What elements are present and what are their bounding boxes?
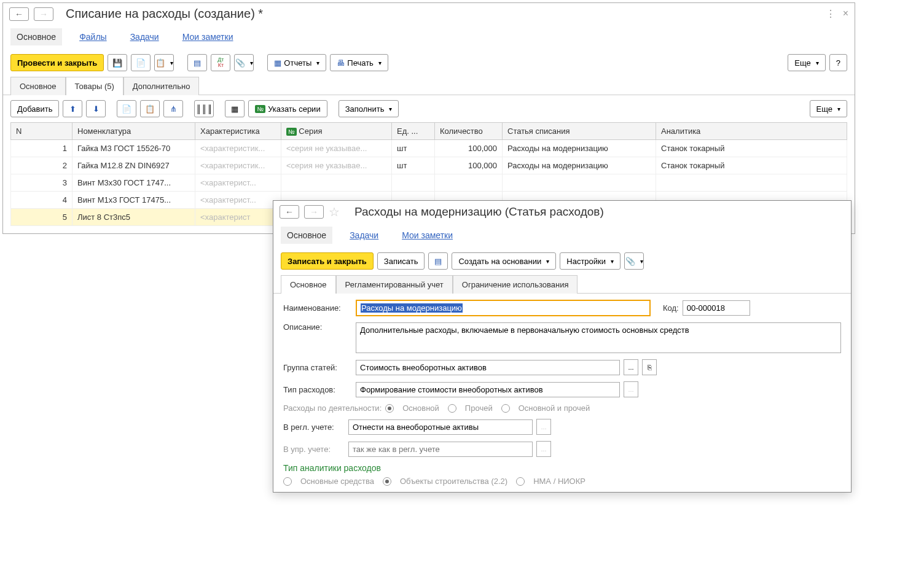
list-icon: ▤ [434,257,442,266]
report-icon [274,58,281,68]
attach-icon: 📎 [235,58,245,68]
save-close-button[interactable]: Записать и закрыть [281,252,374,270]
label-desc: Описание: [283,322,352,332]
col-qty[interactable]: Количество [435,123,503,140]
label-name: Наименование: [283,303,352,313]
paste-button[interactable]: 📋 [140,100,160,117]
close-icon[interactable]: × [843,8,848,20]
reports-button[interactable]: Отчеты [267,54,326,71]
dialog-back-button[interactable]: ← [280,205,299,219]
type-select-button[interactable]: ... [624,381,638,397]
kebab-icon[interactable]: ⋮ [826,8,836,20]
col-n[interactable]: N [11,123,72,140]
label-upr: В упр. учете: [283,445,345,454]
form-button[interactable]: ▦ [225,100,245,117]
col-char[interactable]: Характеристика [195,123,281,140]
upr-select-button[interactable]: ... [536,441,551,457]
main-toolbar: Провести и закрыть 💾 📄 📋 ▤ ДтКт 📎 Отчеты… [3,49,855,76]
share-icon: ⋔ [170,104,177,114]
subtab-extra[interactable]: Дополнительно [123,77,200,95]
dialog-subtab-main[interactable]: Основное [281,275,336,294]
group-select-button[interactable]: ... [624,359,638,375]
dialog-subtab-restrict[interactable]: Ограничение использования [453,275,578,294]
dialog-forward-button[interactable]: → [304,205,324,219]
dialog-tab-main[interactable]: Основное [281,227,332,244]
star-icon[interactable]: ☆ [329,205,340,219]
series-icon: № [255,105,265,113]
group-input[interactable] [356,360,620,375]
copy-button[interactable]: 📄 [117,100,136,117]
paste-icon: 📋 [145,104,155,114]
series-button[interactable]: № Указать серии [248,100,327,117]
based-on-button[interactable]: 📋 [154,54,174,71]
help-button[interactable]: ? [829,54,847,71]
table-toolbar: Добавить ⬆ ⬇ 📄 📋 ⋔ ║║║ ▦ № Указать серии… [3,95,855,122]
sub-tabs: Основное Товары (5) Дополнительно [3,76,855,95]
radio-analytics-os [283,477,292,486]
dialog-structure-button[interactable]: ▤ [428,252,448,270]
regl-input[interactable] [348,419,533,435]
tab-main[interactable]: Основное [10,28,62,45]
col-analytics[interactable]: Аналитика [656,123,847,140]
tab-tasks[interactable]: Задачи [124,28,165,45]
add-button[interactable]: Добавить [10,100,59,117]
radio-activity-both [501,404,510,413]
table-row[interactable]: 2 Гайка М12.8 ZN DIN6927 <характеристик.… [11,157,847,174]
tab-files[interactable]: Файлы [73,28,112,45]
label-group: Группа статей: [283,363,352,372]
code-input[interactable] [683,300,750,316]
group-open-button[interactable]: ⎘ [642,359,657,375]
dtkt-icon: ДтКт [217,57,224,68]
table-row[interactable]: 3 Винт М3х30 ГОСТ 1747... <характерист..… [11,174,847,192]
create-based-button[interactable]: Создать на основании [452,252,556,270]
subtab-main[interactable]: Основное [10,77,66,95]
dialog-tab-tasks[interactable]: Задачи [343,227,385,244]
barcode-button[interactable]: ║║║ [194,100,214,117]
save-button[interactable]: 💾 [108,54,127,71]
save-only-button[interactable]: Записать [377,252,425,270]
print-button[interactable]: Печать [330,54,388,71]
upr-input[interactable] [348,442,533,457]
post-close-button[interactable]: Провести и закрыть [10,54,104,71]
more-button[interactable]: Еще [788,54,825,71]
link-tabs: Основное Файлы Задачи Мои заметки [3,25,855,49]
settings-button[interactable]: Настройки [560,252,621,270]
back-button[interactable]: ← [9,7,29,21]
move-up-button[interactable]: ⬆ [63,100,82,117]
label-code: Код: [663,303,679,313]
desc-input[interactable]: Дополнительные расходы, включаемые в пер… [356,322,841,353]
tab-notes[interactable]: Мои заметки [176,28,240,45]
dialog-attach-button[interactable]: 📎 [624,252,644,270]
share-button[interactable]: ⋔ [163,100,183,117]
dtkt-button[interactable]: ДтКт [211,54,230,71]
name-input[interactable]: Расходы на модернизацию [356,300,651,316]
table-row[interactable]: 1 Гайка М3 ГОСТ 15526-70 <характеристик.… [11,140,847,157]
post-button[interactable]: 📄 [131,54,151,71]
main-window: ← → Списание на расходы (создание) * ⋮ ×… [2,2,855,234]
col-unit[interactable]: Ед. ... [392,123,435,140]
activity-radios: Основной Прочей Основной и прочей [385,403,590,413]
fill-button[interactable]: Заполнить [339,100,399,117]
dialog-titlebar: ← → ☆ Расходы на модернизацию (Статья ра… [273,201,851,223]
col-nomen[interactable]: Номенклатура [72,123,195,140]
forward-button[interactable]: → [34,7,53,21]
label-type: Тип расходов: [283,385,352,394]
subtab-goods[interactable]: Товары (5) [66,77,123,95]
structure-button[interactable]: ▤ [187,54,207,71]
window-title: Списание на расходы (создание) * [66,7,821,21]
col-series[interactable]: № Серия [281,123,392,140]
type-input[interactable] [356,382,620,397]
radio-analytics-obj [383,477,391,486]
titlebar: ← → Списание на расходы (создание) * ⋮ × [3,3,855,25]
move-down-button[interactable]: ⬇ [86,100,106,117]
radio-analytics-nma [516,477,525,486]
attach-button[interactable]: 📎 [234,54,254,71]
col-article[interactable]: Статья списания [503,123,656,140]
dialog-tab-notes[interactable]: Мои заметки [396,227,459,244]
dialog-title: Расходы на модернизацию (Статья расходов… [354,205,845,219]
dialog-subtab-regl[interactable]: Регламентированный учет [336,275,453,294]
table-more-button[interactable]: Еще [810,100,847,117]
label-regl: В регл. учете: [283,423,345,432]
article-dialog: ← → ☆ Расходы на модернизацию (Статья ра… [273,200,852,493]
regl-select-button[interactable]: ... [536,419,551,435]
